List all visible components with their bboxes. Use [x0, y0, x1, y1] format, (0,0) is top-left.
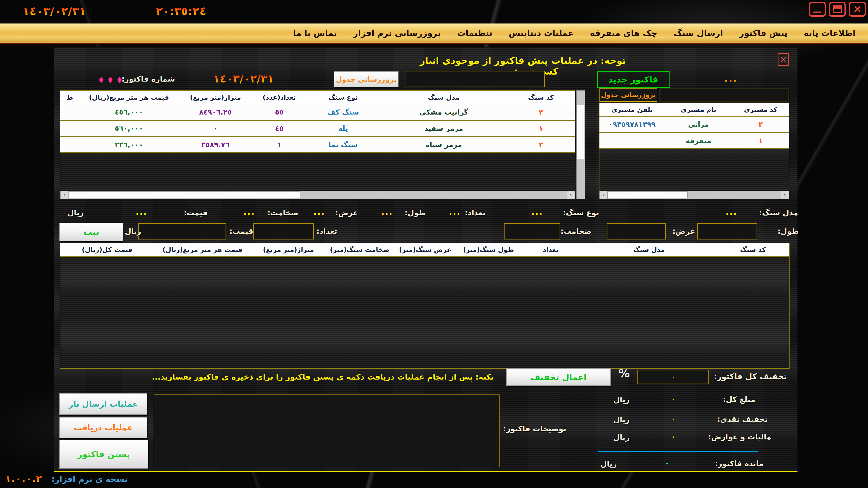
menu-item-settings[interactable]: تنظیمات — [457, 28, 492, 38]
table-row[interactable]: ٢مراتی٠٩٣٥٩٧٨١٣٩٩ — [599, 117, 789, 133]
table-row[interactable]: ١متفرقه — [599, 133, 789, 149]
selected-width-value: ... — [313, 207, 325, 217]
column-header: قیمت هر متر مربع(ریال) — [154, 246, 251, 254]
total-amount-value: ٠ — [671, 394, 676, 404]
update-customers-table-button[interactable]: بروزرسانی جدول — [599, 88, 657, 102]
column-header: قیمت هر متر مربع(ریال) — [80, 94, 178, 101]
menu-item-database-operations[interactable]: عملیات دیتابیس — [508, 28, 574, 38]
stones-horizontal-scrollbar[interactable]: ‹ › — [60, 191, 575, 199]
scroll-left-icon[interactable]: ‹ — [599, 191, 608, 199]
menu-item-proforma-invoice[interactable]: پیش فاکتور — [739, 28, 787, 38]
scroll-right-icon[interactable]: › — [781, 191, 789, 199]
table-cell: مرمر سیاه — [380, 140, 507, 149]
width-input[interactable] — [607, 223, 666, 239]
scroll-left-icon[interactable]: ‹ — [60, 191, 68, 199]
menu-item-misc-checks[interactable]: چک های متفرقه — [590, 28, 657, 38]
table-cell: ٥٥ — [253, 108, 306, 116]
table-cell: ٤٥٦,٠٠٠ — [80, 108, 178, 116]
invoice-panel: ✕ توجه: در عملیات پیش فاکتور از موجودی ا… — [54, 47, 798, 472]
tax-label: مالیات و عوارض: — [708, 432, 771, 441]
stones-table-body: ٣گرانیت مشکیسنگ کف٥٥٨٤٩٠٦.٢٥٤٥٦,٠٠٠١مرمر… — [60, 104, 575, 191]
invoice-items-table: کد سنگمدل سنگتعدادطول سنگ(متر)عرض سنگ(مت… — [60, 242, 789, 369]
customer-search-input[interactable] — [659, 88, 789, 102]
table-cell: متفرقه — [664, 136, 733, 144]
panel-close-button[interactable]: ✕ — [778, 53, 789, 66]
totals-divider — [598, 451, 758, 452]
table-cell: گرانیت مشکی — [380, 108, 507, 116]
software-version-label: نسخه ی نرم افزار: — [52, 475, 128, 484]
rial-unit: ریال — [613, 395, 629, 404]
invoice-description-label: توضیحات فاکتور: — [503, 424, 566, 433]
minimize-icon — [813, 11, 822, 13]
rial-label: ریال — [125, 227, 141, 236]
maximize-button[interactable] — [829, 2, 846, 17]
menu-item-contact-us[interactable]: تماس با ما — [293, 28, 337, 38]
selected-model-label: مدل سنگ: — [759, 208, 798, 217]
selected-thickness-label: ضخامت: — [268, 208, 298, 217]
update-stones-table-button[interactable]: بروزرسانی جدول — [334, 71, 399, 87]
invoice-description-textarea[interactable] — [154, 394, 500, 467]
menu-item-base-info[interactable]: اطلاعات پایه — [804, 28, 856, 38]
selected-model-value: ... — [725, 207, 737, 217]
cash-discount-value: ٠ — [671, 414, 676, 424]
table-cell: ٤٥ — [253, 124, 306, 132]
invoice-date: ١٤٠٣/٠٢/٣١ — [213, 72, 274, 85]
length-input[interactable] — [698, 223, 757, 239]
invoice-balance-value: ٠ — [664, 458, 670, 467]
send-load-button[interactable]: عملیات ارسال بار — [59, 393, 147, 415]
software-version-value: ١.٠.٠.٢ — [5, 473, 42, 485]
table-cell: ٨٤٩٠٦.٢٥ — [178, 108, 253, 116]
menu-item-send-stone[interactable]: ارسال سنگ — [674, 28, 723, 38]
customers-table-header: کد مشترینام مشتریتلفن مشتری — [599, 103, 789, 117]
table-cell: ٣ — [507, 108, 575, 116]
header-dots: ... — [724, 73, 738, 84]
selected-price-value: ... — [135, 207, 147, 217]
closing-note: نکته: پس از انجام عملیات دریافت دکمه ی ب… — [151, 372, 495, 381]
scrollbar-thumb[interactable] — [608, 191, 688, 198]
column-header: تعداد — [520, 246, 581, 254]
table-cell: ١ — [253, 140, 306, 149]
scrollbar-thumb[interactable] — [577, 105, 584, 159]
selected-length-label: طول: — [405, 208, 426, 217]
thickness-input[interactable] — [504, 223, 560, 239]
receive-operations-button[interactable]: عملیات دریافت — [59, 417, 147, 438]
percent-sign: % — [618, 367, 630, 380]
table-row[interactable]: ٣گرانیت مشکیسنگ کف٥٥٨٤٩٠٦.٢٥٤٥٦,٠٠٠ — [60, 104, 575, 121]
stone-search-input[interactable] — [405, 71, 545, 87]
rial-unit: ریال — [613, 415, 629, 424]
minimize-button[interactable] — [809, 2, 826, 17]
selected-count-label: تعداد: — [465, 208, 486, 217]
maximize-icon — [833, 5, 842, 13]
column-header: کد سنگ — [507, 94, 575, 101]
total-discount-input[interactable] — [638, 369, 709, 384]
apply-discount-button[interactable]: اعمال تخفیف — [506, 368, 611, 386]
column-header: تعداد(عدد) — [253, 94, 306, 101]
scroll-right-icon[interactable]: › — [567, 191, 575, 199]
stones-vertical-scrollbar[interactable] — [577, 90, 585, 199]
column-header: نوع سنگ — [306, 94, 380, 101]
table-cell: سنگ کف — [306, 108, 380, 116]
selected-length-value: ... — [381, 207, 393, 217]
submit-button[interactable]: ثبت — [59, 223, 123, 241]
column-header: عرض سنگ(متر) — [394, 246, 457, 254]
system-date: ١٤٠٣/٠٢/٣١ — [23, 4, 86, 18]
column-header: مدل سنگ — [581, 246, 717, 254]
total-discount-label: تخفیف کل فاکتور: — [714, 372, 786, 381]
table-row[interactable]: ٢مرمر سیاهسنگ نما١٣٥٨٩.٧٦٢٣٦,٠٠٠ — [60, 137, 575, 153]
rial-unit: ریال — [600, 459, 617, 468]
scrollbar-thumb[interactable] — [69, 191, 301, 198]
count-input[interactable] — [253, 223, 314, 239]
price-input[interactable] — [138, 223, 226, 239]
menu-item-software-update[interactable]: بروزرسانی نرم افزار — [353, 28, 441, 38]
column-header: تلفن مشتری — [599, 106, 664, 113]
close-button[interactable]: ✕ — [849, 2, 866, 17]
table-cell: ٢ — [507, 140, 575, 149]
customers-table: کد مشترینام مشتریتلفن مشتری ٢مراتی٠٩٣٥٩٧… — [599, 103, 789, 199]
new-invoice-button[interactable]: فاکتور جدید — [597, 71, 670, 88]
selected-count-value: ... — [449, 207, 461, 217]
customers-horizontal-scrollbar[interactable]: ‹ › — [599, 191, 789, 199]
menubar: اطلاعات پایه پیش فاکتور ارسال سنگ چک های… — [0, 24, 868, 44]
close-invoice-button[interactable]: بستن فاکتور — [59, 440, 148, 468]
invoice-balance-label: مانده فاکتور: — [715, 459, 764, 468]
table-row[interactable]: ١مرمر سفیدپله٤٥٠٥٦٠,٠٠٠ — [60, 121, 575, 137]
